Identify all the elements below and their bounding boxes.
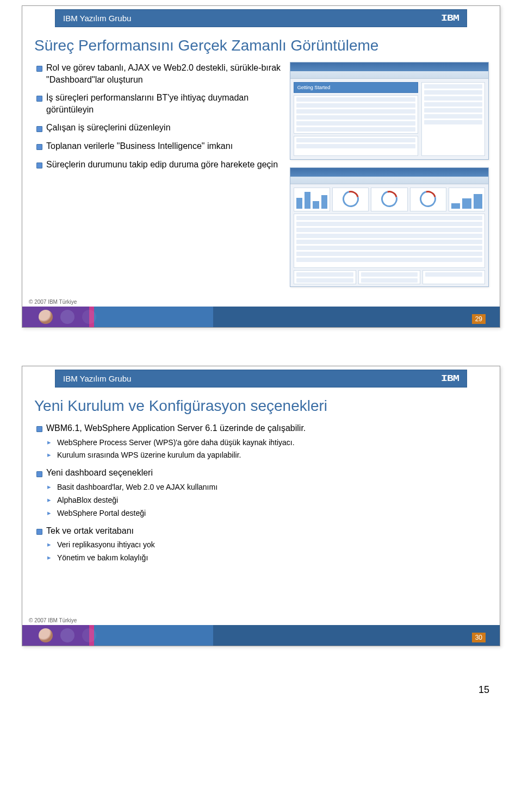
bullet-text: Yeni dashboard seçenekleri (46, 468, 153, 477)
bullet-item: Çalışan iş süreçlerini düzenleyin (34, 122, 284, 134)
ibm-logo: IBM (441, 13, 459, 24)
header-label: IBM Yazılım Grubu (63, 14, 131, 23)
subbullet-item: Veri replikasyonu ihtiyacı yok (46, 540, 489, 550)
slide-1: IBM Yazılım Grubu IBM Süreç Performansın… (22, 5, 500, 328)
bullet-text: Tek ve ortak veritabanı (46, 526, 134, 535)
slide-number: 29 (472, 314, 486, 324)
screenshot-column: Getting Started (284, 62, 489, 295)
copyright: © 2007 IBM Türkiye (27, 298, 79, 305)
subbullet-item: Yönetim ve bakım kolaylığı (46, 553, 489, 563)
dashboard-screenshot-1: Getting Started (290, 62, 489, 160)
header-label: IBM Yazılım Grubu (63, 374, 131, 383)
slide-title: Süreç Performansını Gerçek Zamanlı Görün… (34, 37, 500, 54)
bullet-item: Süreçlerin durumunu takip edip duruma gö… (34, 159, 284, 171)
bullet-item: WBM6.1, WebSphere Application Server 6.1… (34, 422, 489, 460)
bullet-item: Toplanan verilerle "Business Intelligenc… (34, 140, 284, 152)
bullet-text: WBM6.1, WebSphere Application Server 6.1… (46, 423, 306, 433)
subbullet-item: WebSphere Process Server (WPS)'a göre da… (46, 438, 489, 448)
slide-title: Yeni Kurulum ve Konfigürasyon seçenekler… (34, 397, 500, 415)
slide-footer: 30 (22, 625, 500, 646)
slide-header: IBM Yazılım Grubu IBM (55, 370, 467, 388)
slide-2: IBM Yazılım Grubu IBM Yeni Kurulum ve Ko… (22, 366, 500, 646)
bullet-item: Tek ve ortak veritabanı Veri replikasyon… (34, 525, 489, 563)
slide-footer: 29 (22, 307, 500, 327)
slide-number: 30 (472, 633, 486, 642)
copyright: © 2007 IBM Türkiye (27, 617, 79, 624)
dashboard-screenshot-2 (290, 167, 489, 287)
subbullet-item: WebSphere Portal desteği (46, 508, 489, 519)
bullet-item: İş süreçleri performanslarını BT'ye ihti… (34, 92, 284, 115)
slide-header: IBM Yazılım Grubu IBM (55, 9, 467, 27)
bullet-list: WBM6.1, WebSphere Application Server 6.1… (34, 422, 489, 563)
bullet-column: Rol ve görev tabanlı, AJAX ve Web2.0 des… (34, 62, 284, 295)
subbullet-item: Kurulum sırasında WPS üzerine kurulum da… (46, 450, 489, 460)
page-number: 15 (22, 684, 489, 696)
subbullet-item: Basit dashboard'lar, Web 2.0 ve AJAX kul… (46, 482, 489, 492)
getting-started-panel: Getting Started (294, 82, 418, 93)
subbullet-item: AlphaBlox desteği (46, 495, 489, 505)
bullet-item: Yeni dashboard seçenekleri Basit dashboa… (34, 467, 489, 518)
bullet-item: Rol ve görev tabanlı, AJAX ve Web2.0 des… (34, 62, 284, 85)
ibm-logo: IBM (441, 373, 459, 384)
